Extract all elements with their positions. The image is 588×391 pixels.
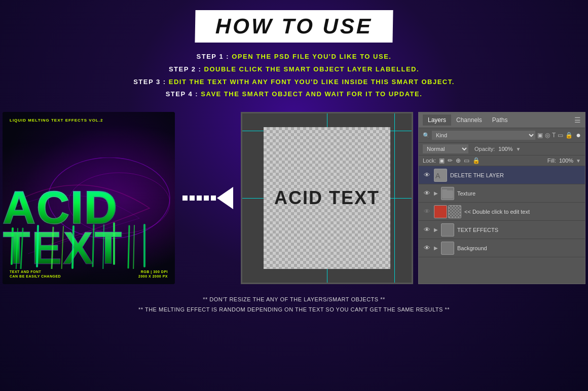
lock-icon-4: ▭	[464, 157, 469, 164]
eye-icon-3[interactable]: 👁	[423, 226, 431, 233]
expand-icon-3[interactable]: ▶	[434, 227, 438, 232]
step-4-label: STEP 4 :	[166, 90, 201, 98]
svg-rect-22	[442, 190, 453, 199]
filter-icon-type: T	[552, 132, 556, 139]
svg-rect-23	[442, 189, 447, 191]
layer-thumb-1	[441, 187, 454, 200]
lock-icon-1: ▣	[439, 157, 445, 164]
tab-layers[interactable]: Layers	[423, 114, 451, 126]
expand-icon-1[interactable]: ▶	[434, 190, 438, 196]
eye-icon-4[interactable]: 👁	[423, 244, 431, 252]
page-title: HOW TO USE	[215, 14, 373, 38]
opacity-value: 100%	[498, 146, 512, 152]
step-4-value: SAVE THE SMART OBJECT AND WAIT FOR IT TO…	[201, 90, 422, 98]
preview-panel: LIQUID MELTING TEXT EFFECTS VOL.2 ACID A…	[3, 112, 175, 284]
smart-object-text: ACID TEXT	[274, 187, 380, 209]
layers-panel: Layers Channels Paths ☰ 🔍 Kind ▣ ◎ T ▭ 🔒…	[418, 112, 585, 284]
fill-value: 100%	[559, 158, 573, 164]
guide-right	[394, 113, 395, 283]
svg-line-17	[133, 225, 134, 269]
tab-paths[interactable]: Paths	[487, 114, 513, 126]
layers-menu-icon[interactable]: ☰	[574, 116, 581, 124]
opacity-dropdown-icon[interactable]: ▼	[516, 146, 521, 152]
layer-texture[interactable]: 👁 ▶ Texture	[419, 184, 585, 203]
expand-icon-4[interactable]: ▶	[434, 245, 438, 251]
layer-name-2: << Double click to edit text	[464, 209, 581, 215]
fill-dropdown-icon[interactable]: ▼	[576, 158, 581, 164]
layer-name-0: DELETE THE LAYER	[450, 172, 581, 178]
filter-icon-smart: 🔒	[565, 132, 573, 139]
arrow-dashes	[182, 196, 216, 201]
layer-background[interactable]: 👁 ▶ Background	[419, 239, 585, 257]
lock-icon-3: ⊕	[456, 157, 461, 164]
eye-icon-1[interactable]: 👁	[423, 189, 431, 197]
panels-row: LIQUID MELTING TEXT EFFECTS VOL.2 ACID A…	[10, 112, 578, 284]
step-1: STEP 1 : OPEN THE PSD FILE YOU'D LIKE TO…	[133, 52, 455, 62]
search-icon: 🔍	[423, 132, 430, 139]
product-label: LIQUID MELTING TEXT EFFECTS VOL.2	[10, 118, 103, 123]
step-1-label: STEP 1 :	[197, 53, 232, 60]
dash-4	[204, 196, 209, 201]
bottom-left-label: TEXT AND FONTCAN BE EASILY CHANGED	[10, 269, 61, 280]
dash-3	[197, 196, 202, 201]
preview-inner: LIQUID MELTING TEXT EFFECTS VOL.2 ACID A…	[3, 112, 175, 284]
step-2: STEP 2 : DOUBLE CLICK THE SMART OBJECT L…	[133, 64, 455, 75]
layer-smart-object[interactable]: 👁 << Double click to edit text	[419, 203, 585, 221]
dash-2	[190, 196, 195, 201]
svg-text:TEXT: TEXT	[3, 223, 123, 269]
svg-rect-25	[442, 226, 447, 228]
svg-line-12	[128, 226, 129, 268]
lock-icon-2: ✏	[448, 157, 453, 164]
filter-icon-dot: ●	[576, 131, 581, 140]
opacity-label: Opacity:	[474, 146, 495, 152]
footer-line-2: ** THE MELTING EFFECT IS RANDOM DEPENDIN…	[138, 305, 450, 315]
filter-icon-pixel: ▣	[537, 132, 543, 139]
blend-opacity-row: Normal Opacity: 100% ▼	[419, 143, 585, 155]
svg-text:A: A	[435, 172, 440, 180]
dash-1	[182, 196, 188, 201]
filter-icon-adjust: ◎	[545, 132, 550, 139]
dash-5	[211, 196, 216, 201]
smart-object-panel: ACID TEXT	[241, 112, 413, 284]
step-3-value: EDIT THE TEXT WITH ANY FONT YOU'D LIKE I…	[169, 78, 455, 86]
layer-thumb-3	[441, 223, 454, 237]
step-1-value: OPEN THE PSD FILE YOU'D LIKE TO USE.	[232, 53, 391, 60]
layers-tab-bar: Layers Channels Paths ☰	[419, 112, 585, 128]
layer-text-effects[interactable]: 👁 ▶ TEXT EFFECTS	[419, 221, 585, 239]
arrow-indicator	[182, 187, 233, 209]
layer-name-1: Texture	[457, 190, 581, 197]
layer-name-4: Background	[457, 245, 581, 251]
layer-thumb-2-red	[434, 205, 447, 218]
steps-container: STEP 1 : OPEN THE PSD FILE YOU'D LIKE TO…	[133, 52, 455, 102]
step-2-label: STEP 2 :	[169, 65, 204, 73]
svg-rect-27	[442, 244, 447, 246]
arrow-head	[217, 187, 233, 209]
fill-control: Fill: 100% ▼	[547, 158, 581, 164]
layer-thumb-0: A	[434, 169, 447, 182]
footer-line-1: ** DON'T RESIZE THE ANY OF THE LAYERS/SM…	[138, 295, 450, 305]
svg-rect-26	[442, 245, 453, 253]
main-content: HOW TO USE STEP 1 : OPEN THE PSD FILE YO…	[0, 0, 588, 320]
layers-filter-row: 🔍 Kind ▣ ◎ T ▭ 🔒 ●	[419, 128, 585, 143]
layer-name-3: TEXT EFFECTS	[457, 227, 581, 233]
footer-notes: ** DON'T RESIZE THE ANY OF THE LAYERS/SM…	[138, 295, 450, 315]
layer-thumb-2-checker	[448, 205, 461, 218]
blend-mode-dropdown[interactable]: Normal	[423, 144, 468, 153]
fill-label: Fill:	[547, 158, 556, 164]
step-4: STEP 4 : SAVE THE SMART OBJECT AND WAIT …	[133, 89, 455, 100]
lock-icon-5: 🔒	[472, 157, 480, 164]
kind-dropdown[interactable]: Kind	[432, 131, 535, 140]
checker-canvas: ACID TEXT	[264, 127, 390, 269]
layer-delete[interactable]: 👁 A DELETE THE LAYER	[419, 166, 585, 184]
tab-channels[interactable]: Channels	[451, 114, 487, 126]
lock-label: Lock:	[423, 158, 436, 164]
bottom-right-label: RGB | 300 DPI2000 x 2000 PX	[138, 269, 168, 280]
svg-rect-24	[442, 227, 453, 235]
filter-icon-shape: ▭	[558, 132, 563, 139]
title-banner: HOW TO USE	[195, 10, 393, 43]
acid-text-visual: ACID ACID TEXT	[3, 158, 175, 269]
eye-icon-2[interactable]: 👁	[423, 208, 431, 215]
layer-thumb-4	[441, 242, 454, 255]
eye-icon-0[interactable]: 👁	[423, 171, 431, 179]
step-2-value: DOUBLE CLICK THE SMART OBJECT LAYER LABE…	[204, 65, 420, 73]
